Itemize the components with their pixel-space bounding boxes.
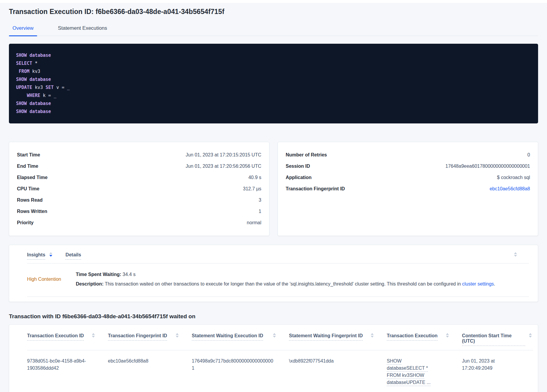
transaction-fingerprint-id-link[interactable]: ebc10ae56cfd88a8 [490, 186, 530, 192]
detail-value: normal [247, 220, 261, 225]
cell-statement-waiting-fingerprint-id: \xdb8922f077541dda [289, 357, 387, 386]
tab-statement-executions[interactable]: Statement Executions [54, 25, 111, 36]
top-strip [0, 0, 547, 3]
detail-row: Session ID17648a9eea60178000000000000000… [286, 161, 530, 172]
detail-label: Elapsed Time [17, 175, 48, 180]
cell-transaction-execution-id: 9738d051-bc0e-4158-a9b4-1903586ddd42 [27, 357, 108, 386]
detail-row: Rows Written1 [17, 206, 261, 217]
column-header-transaction-execution-id[interactable]: Transaction Execution ID [27, 333, 108, 346]
insights-table: Insights Details High Contention Time Sp… [9, 245, 538, 302]
detail-value: 3 [259, 197, 261, 203]
detail-row: Prioritynormal [17, 217, 261, 228]
sql-statement-box: SHOW databaseSELECT * FROM kv3SHOW datab… [9, 44, 538, 123]
cell-contention-start-time: Jun 01, 2023 at 17:20:49:2049 [462, 357, 533, 386]
detail-row: Transaction Fingerprint IDebc10ae56cfd88… [286, 183, 530, 195]
details-column-header[interactable]: Details [65, 252, 81, 260]
insight-row: High Contention Time Spent Waiting: 34.4… [27, 264, 529, 297]
cell-transaction-execution: SHOW databaseSELECT * FROM kv3SHOW datab… [387, 357, 454, 386]
detail-row: Number of Retries0 [286, 149, 530, 161]
insight-type-label: High Contention [27, 277, 76, 282]
tabbar: Overview Statement Executions [9, 25, 538, 36]
detail-label: Priority [17, 220, 34, 225]
sql-line: SHOW database [16, 108, 531, 116]
sql-line: SHOW database [16, 100, 531, 108]
summary-cards: Start TimeJun 01, 2023 at 17:20:15:2015 … [9, 142, 538, 236]
sql-line: WHERE k = _ [16, 92, 531, 100]
time-spent-waiting-value: 34.4 s [121, 272, 136, 277]
detail-value: 17648a9eea6017800000000000000001 [445, 164, 530, 169]
page-title: Transaction Execution ID: f6be6366-da03-… [9, 8, 538, 16]
detail-value: 0 [527, 152, 530, 158]
tab-overview[interactable]: Overview [9, 25, 37, 36]
detail-label: Rows Written [17, 209, 47, 214]
detail-row: Rows Read3 [17, 195, 261, 206]
transaction-times-card: Start TimeJun 01, 2023 at 17:20:15:2015 … [9, 142, 269, 236]
sort-icon[interactable] [92, 333, 95, 338]
sort-icon-right[interactable] [514, 252, 517, 257]
sort-icon[interactable] [446, 333, 449, 338]
cell-transaction-fingerprint-id: ebc10ae56cfd88a8 [108, 357, 192, 386]
detail-row: Elapsed Time40.9 s [17, 172, 261, 183]
sql-line: UPDATE kv3 SET v = _ [16, 84, 531, 92]
detail-row: Start TimeJun 01, 2023 at 17:20:15:2015 … [17, 149, 261, 161]
sql-line: FROM kv3 [16, 68, 531, 76]
insights-table-header: Insights Details [27, 252, 529, 264]
sort-icon[interactable] [176, 333, 179, 338]
detail-label: End Time [17, 164, 38, 169]
cluster-settings-link[interactable]: cluster settings [462, 281, 494, 286]
waited-table-row: 9738d051-bc0e-4158-a9b4-1903586ddd42 ebc… [27, 350, 533, 392]
cell-statement-waiting-execution-id: 176498a9c717bdc80000000000000001 [192, 357, 289, 386]
detail-label: Application [286, 175, 312, 180]
detail-label: Number of Retries [286, 152, 327, 158]
detail-row: End TimeJun 01, 2023 at 17:20:56:2056 UT… [17, 161, 261, 172]
sql-line: SHOW database [16, 51, 531, 59]
waited-table-header: Transaction Execution ID Transaction Fin… [27, 333, 533, 350]
waited-on-heading: Transaction with ID f6be6366-da03-48de-a… [9, 313, 538, 320]
sort-icon[interactable] [273, 333, 276, 338]
detail-value: 1 [259, 209, 261, 214]
detail-label: Transaction Fingerprint ID [286, 186, 345, 192]
detail-value: Jun 01, 2023 at 17:20:15:2015 UTC [186, 152, 261, 158]
detail-value: $ cockroach sql [497, 175, 530, 180]
description-text: This transaction waited on other transac… [103, 281, 462, 286]
transaction-execution-link[interactable]: SHOW databaseSELECT * FROM kv3SHOW datab… [387, 358, 430, 385]
column-header-transaction-execution[interactable]: Transaction Execution [387, 333, 462, 346]
description-label: Description: [76, 281, 103, 286]
sql-line: SELECT * [16, 59, 531, 68]
column-header-statement-waiting-fingerprint-id[interactable]: Statement Waiting Fingerprint ID [289, 333, 387, 346]
column-header-contention-start-time[interactable]: Contention Start Time (UTC) [462, 333, 533, 346]
sort-icon-insights[interactable] [49, 252, 52, 257]
detail-row: Application$ cockroach sql [286, 172, 530, 183]
sort-icon[interactable] [529, 333, 532, 338]
time-spent-waiting-label: Time Spent Waiting: [76, 272, 121, 277]
column-header-transaction-fingerprint-id[interactable]: Transaction Fingerprint ID [108, 333, 192, 346]
column-header-statement-waiting-execution-id[interactable]: Statement Waiting Execution ID [192, 333, 289, 346]
insights-column-header[interactable]: Insights [27, 252, 45, 260]
detail-value: 312.7 µs [243, 186, 261, 192]
sort-icon[interactable] [371, 333, 374, 338]
waited-on-table: Transaction Execution ID Transaction Fin… [9, 324, 538, 392]
detail-label: Rows Read [17, 197, 43, 203]
insight-details: Time Spent Waiting: 34.4 s Description: … [76, 271, 495, 288]
detail-label: CPU Time [17, 186, 39, 192]
sql-line: SHOW database [16, 76, 531, 84]
detail-label: Session ID [286, 164, 310, 169]
description-period: . [494, 281, 495, 286]
detail-label: Start Time [17, 152, 40, 158]
detail-value: 40.9 s [248, 175, 261, 180]
detail-value: Jun 01, 2023 at 17:20:56:2056 UTC [186, 164, 261, 169]
detail-row: CPU Time312.7 µs [17, 183, 261, 195]
transaction-meta-card: Number of Retries0Session ID17648a9eea60… [278, 142, 538, 236]
